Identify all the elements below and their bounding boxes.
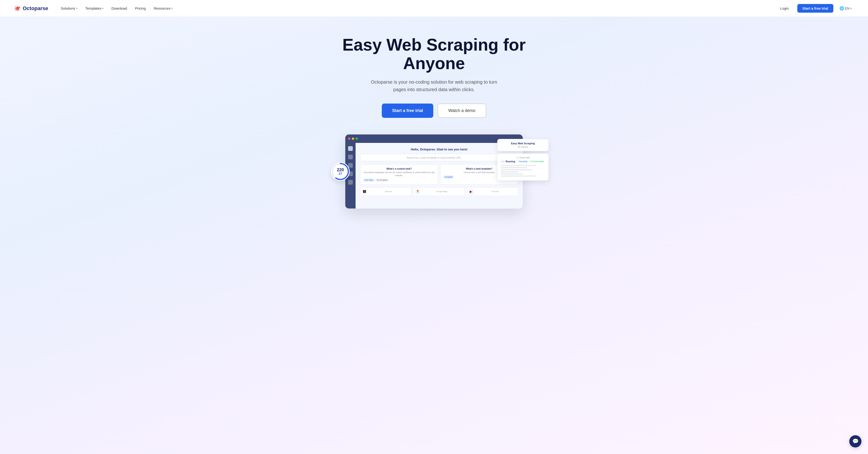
nav-templates[interactable]: Templates ▾ — [82, 4, 107, 12]
card1-desc: Auto-detect webpages and set up custom w… — [363, 171, 435, 177]
login-button[interactable]: Login — [776, 4, 794, 12]
data-line-4 — [501, 171, 519, 172]
window-close-dot — [348, 138, 350, 140]
chevron-down-icon: ▾ — [76, 7, 78, 9]
globe-icon: 🌐 — [839, 6, 844, 10]
template-youtube-name: YouTube — [474, 191, 516, 193]
cloud-icon: ☁️ — [501, 160, 504, 163]
boosting-text: ↑ Boosting — [518, 160, 527, 163]
float-cards: Easy Web Scraping for Anyone ☁️ Cloud Ta… — [497, 139, 549, 180]
chevron-down-icon: ▾ — [850, 7, 851, 9]
data-line-1 — [501, 165, 536, 166]
nav-pricing[interactable]: Pricing — [132, 4, 149, 12]
maps-icon: 📍 — [415, 190, 420, 194]
running-text: Running — [506, 160, 515, 163]
template-amazon-info: Amazon — [368, 191, 409, 193]
chevron-down-icon: ▾ — [102, 7, 103, 9]
circle-progress: 220 27 — [331, 162, 350, 181]
mockup-search-placeholder: Search for a task template or input webs… — [363, 156, 505, 159]
template-youtube-info: YouTube — [474, 191, 516, 193]
template-amazon: 🅰 Amazon — [360, 188, 411, 196]
template-maps-info: Google Maps — [421, 191, 463, 193]
float-card-title: Easy Web Scraping for Anyone — [497, 139, 549, 151]
nav-links: Solutions ▾ Templates ▾ Download Pricing… — [58, 4, 176, 12]
nav-trial-button[interactable]: Start a free trial — [797, 4, 833, 13]
hero-title: Easy Web Scraping for Anyone — [329, 36, 539, 73]
mockup-header — [345, 135, 523, 143]
float-cloud-label: ☁️ Cloud Task — [501, 157, 545, 159]
greeting-text: Hello, Octoparse. Glad to see you here! — [360, 148, 518, 151]
tag-your-task: Your Task — [363, 178, 374, 181]
hero-demo-button[interactable]: Watch a demo — [437, 104, 486, 118]
card1-tags: Your Task Try Template — [363, 178, 435, 181]
hero-trial-button[interactable]: Start a free trial — [382, 104, 433, 118]
float-title: Easy Web Scraping — [501, 142, 545, 145]
sidebar-icon-home — [348, 146, 353, 151]
template-youtube: ▶ YouTube — [467, 188, 518, 196]
mockup-body: Hello, Octoparse. Glad to see you here! … — [345, 143, 523, 208]
logo-text: Octoparse — [23, 5, 48, 11]
card1-title: What's a custom task? — [363, 168, 435, 170]
window-minimize-dot — [352, 138, 354, 140]
float-card-cloud: ☁️ Cloud Task ☁️ Running ↑ Boosting ↑ 20… — [497, 153, 549, 180]
logo-icon: 🐙 — [14, 5, 20, 11]
mockup-card-grid: What's a custom task? Auto-detect webpag… — [360, 165, 518, 185]
data-line-5 — [501, 173, 523, 174]
nav-solutions[interactable]: Solutions ▾ — [58, 4, 81, 12]
hero-subtitle: Octoparse is your no-coding solution for… — [368, 78, 500, 93]
nav-right: Login Start a free trial 🌐 EN ▾ — [776, 4, 854, 13]
hero-section: Easy Web Scraping for Anyone Octoparse i… — [0, 17, 868, 454]
nav-left: 🐙 Octoparse Solutions ▾ Templates ▾ Down… — [14, 4, 176, 12]
chat-bubble[interactable]: 💬 — [849, 435, 862, 448]
nav-resources[interactable]: Resources ▾ — [151, 4, 176, 12]
data-line-6 — [501, 175, 536, 177]
template-row: 🅰 Amazon 📍 Google Maps ▶ — [360, 188, 518, 196]
youtube-icon: ▶ — [469, 190, 473, 194]
data-line-3 — [501, 169, 532, 170]
chevron-down-icon: ▾ — [172, 7, 173, 9]
custom-task-card: What's a custom task? Auto-detect webpag… — [360, 165, 438, 185]
sidebar-icon-tasks — [348, 154, 353, 159]
navbar: 🐙 Octoparse Solutions ▾ Templates ▾ Down… — [0, 0, 868, 17]
amazon-icon: 🅰 — [362, 190, 367, 194]
hero-mockup: 220 27 Hello, Octoparse. Glad to see you… — [345, 134, 523, 209]
float-sub: for Anyone — [501, 146, 545, 148]
tag-template: Try Template — [375, 178, 389, 181]
chat-icon: 💬 — [852, 438, 859, 445]
mockup-main: Hello, Octoparse. Glad to see you here! … — [345, 134, 523, 209]
language-selector[interactable]: 🌐 EN ▾ — [837, 5, 854, 12]
template-maps-name: Google Maps — [421, 191, 463, 193]
hero-buttons: Start a free trial Watch a demo — [382, 104, 486, 118]
template-maps: 📍 Google Maps — [413, 188, 465, 196]
logo[interactable]: 🐙 Octoparse — [14, 5, 48, 11]
mockup-search-bar: Search for a task template or input webs… — [360, 154, 518, 161]
tag2-template: Template — [443, 175, 454, 178]
template-amazon-name: Amazon — [368, 191, 409, 193]
faster-text: ↑ 20 times faster — [529, 160, 544, 163]
data-lines — [501, 165, 545, 177]
data-line-2 — [501, 167, 527, 168]
running-badge: ☁️ Running ↑ Boosting ↑ 20 times faster — [501, 160, 545, 163]
window-expand-dot — [355, 138, 358, 140]
nav-download[interactable]: Download — [108, 4, 130, 12]
